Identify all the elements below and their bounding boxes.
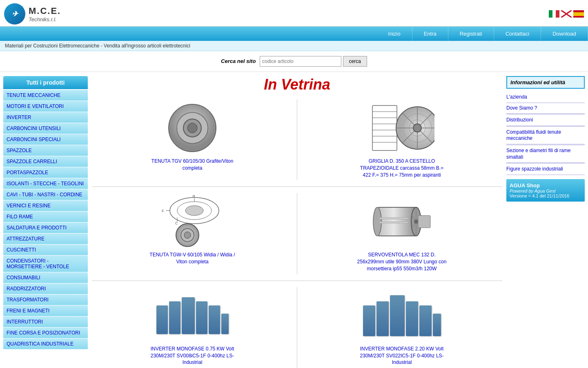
product-item-2[interactable]: GRIGLIA D. 350 A CESTELLO TRAPEZIOIDALE …: [301, 99, 502, 180]
agua-sub: Powered by Agua Gest: [510, 188, 581, 193]
search-input[interactable]: [260, 56, 341, 67]
sidebar-item-trasformatori[interactable]: TRASFORMATORI: [3, 294, 88, 305]
svg-rect-41: [379, 222, 408, 223]
sidebar-item-carboncini-speciali[interactable]: CARBONCINI SPECIALI: [3, 134, 88, 145]
info-link-figure[interactable]: Figure spazzole industriali: [506, 164, 585, 175]
product-item-5[interactable]: INVERTER MONOFASE 0.75 KW Volt 230M/230T…: [92, 287, 293, 368]
logo-icon: ✈: [4, 3, 25, 25]
main-layout: Tutti i prodotti TENUTE MECCANICHE MOTOR…: [0, 72, 588, 368]
product-name-5: INVERTER MONOFASE 0.75 KW Volt 230M/230T…: [147, 346, 237, 366]
nav-entra[interactable]: Entra: [412, 27, 448, 41]
sidebar-item-portaspazzole[interactable]: PORTASPAZZOLE: [3, 167, 88, 178]
product-image-5: [151, 289, 233, 342]
info-link-dove[interactable]: Dove Siamo ?: [506, 103, 585, 114]
product-image-4: [361, 195, 443, 248]
sidebar-item-carboncini-utensili[interactable]: CARBONCINI UTENSILI: [3, 123, 88, 134]
svg-rect-4: [372, 105, 397, 150]
right-panel: Informazioni ed utilità L'azienda Dove S…: [506, 76, 588, 368]
navbar: Inizio Entra Registrati Contattaci Downl…: [0, 27, 588, 41]
svg-point-3: [187, 123, 197, 133]
svg-point-31: [184, 232, 191, 238]
info-box-title: Informazioni ed utilità: [510, 79, 581, 85]
agua-version: Versione = 4.1 del 21/11/2016: [510, 193, 581, 198]
product-item-6[interactable]: INVERTER MONOFASE 2.20 KW Volt 230M/230T…: [301, 287, 502, 368]
divider-info: [506, 114, 585, 114]
svg-point-21: [185, 206, 203, 215]
agua-box: AGUA Shop Powered by Agua Gest Versione …: [506, 179, 585, 202]
nav-registrati[interactable]: Registrati: [448, 27, 494, 41]
info-link-compatibilita[interactable]: Compatibilità fluidi tenute meccaniche: [506, 127, 585, 144]
sidebar-item-cuscinetti[interactable]: CUSCINETTI: [3, 245, 88, 256]
agua-title: AGUA Shop: [510, 182, 581, 188]
divider-info4: [506, 163, 585, 164]
product-item-3[interactable]: F A C TENUTA TGW-V 60/105 Widia / Widia …: [92, 193, 293, 274]
sidebar-item-interruttori[interactable]: INTERRUTTORI: [3, 316, 88, 328]
logo-subtitle: Techniks.r.l.: [29, 16, 61, 22]
sidebar-item-spazzole[interactable]: SPAZZOLE: [3, 145, 88, 156]
sidebar-item-raddrizzatori[interactable]: RADDRIZZATORI: [3, 283, 88, 294]
info-link-distribuzioni[interactable]: Distribuzioni: [506, 115, 585, 126]
sidebar-item-saldatura[interactable]: SALDATURA E PRODOTTI: [3, 222, 88, 233]
logo-title: M.C.E.: [29, 6, 61, 16]
flag-spain[interactable]: [573, 10, 584, 18]
info-box: Informazioni ed utilità: [506, 76, 585, 89]
vetrina-title: In Vetrina: [92, 76, 502, 93]
nav-download[interactable]: Download: [541, 27, 588, 41]
search-bar: Cerca nel sito cerca: [0, 51, 588, 72]
subtitle-bar: Materiali per Costruzioni Elettromeccani…: [0, 41, 588, 51]
svg-point-38: [414, 220, 418, 224]
flag-italy[interactable]: [549, 10, 559, 18]
product-image-6: [361, 289, 443, 342]
product-row-1: TENUTA TGV 60/105/30 Grafite/Viton compl…: [92, 99, 502, 187]
nav-inizio[interactable]: Inizio: [376, 27, 412, 41]
header: ✈ M.C.E. Techniks.r.l.: [0, 0, 588, 27]
product-name-3: TENUTA TGW-V 60/105 Widia / Widia / Vito…: [147, 251, 237, 265]
divider-info3: [506, 145, 585, 145]
sidebar-item-vernici[interactable]: VERNICI E RESINE: [3, 200, 88, 211]
product-image-3: F A C: [151, 195, 233, 248]
sidebar-item-consumabili[interactable]: CONSUMABILI: [3, 272, 88, 283]
sidebar: Tutti i prodotti TENUTE MECCANICHE MOTOR…: [0, 76, 88, 368]
product-row-2: F A C TENUTA TGW-V 60/105 Widia / Widia …: [92, 193, 502, 280]
sidebar-item-isolanti[interactable]: ISOLANTI - STECCHE - TEGOLINI: [3, 178, 88, 189]
nav-contattaci[interactable]: Contattaci: [494, 27, 541, 41]
logo-text-group: M.C.E. Techniks.r.l.: [29, 6, 61, 22]
svg-rect-40: [379, 218, 408, 219]
product-name-2: GRIGLIA D. 350 A CESTELLO TRAPEZIOIDALE …: [357, 158, 447, 178]
sidebar-item-inverter[interactable]: INVERTER: [3, 112, 88, 123]
flag-uk[interactable]: [561, 10, 572, 18]
info-link-sezione[interactable]: Sezione e diametri fili di rame smaltati: [506, 146, 585, 163]
product-name-6: INVERTER MONOFASE 2.20 KW Volt 230M/230T…: [357, 346, 447, 366]
svg-text:F: F: [162, 209, 164, 213]
sidebar-item-cavi-tubi[interactable]: CAVI - TUBI - NASTRI - CORDINE: [3, 189, 88, 200]
sidebar-item-motori-ventilatori[interactable]: MOTORI E VENTILATORI: [3, 101, 88, 112]
sidebar-item-fine-corsa[interactable]: FINE CORSA E POSIZIONATORI: [3, 328, 88, 339]
product-name-1: TENUTA TGV 60/105/30 Grafite/Viton compl…: [147, 158, 237, 172]
product-item-4[interactable]: SERVOVENTOLA MEC 132 D. 256x299mm utile …: [301, 193, 502, 274]
inverter-group-lg: [363, 295, 441, 336]
logo-area: ✈ M.C.E. Techniks.r.l.: [4, 3, 61, 25]
divider-info2: [506, 126, 585, 127]
product-item-1[interactable]: TENUTA TGV 60/105/30 Grafite/Viton compl…: [92, 99, 293, 180]
svg-text:A: A: [192, 195, 195, 198]
sidebar-title: Tutti i prodotti: [3, 76, 88, 89]
divider-1: [297, 99, 297, 180]
sidebar-item-quadristica[interactable]: QUADRISTICA INDUSTRIALE: [3, 339, 88, 350]
product-row-3: INVERTER MONOFASE 0.75 KW Volt 230M/230T…: [92, 287, 502, 368]
sidebar-item-freni[interactable]: FRENI E MAGNETI: [3, 305, 88, 316]
product-name-4: SERVOVENTOLA MEC 132 D. 256x299mm utile …: [357, 251, 447, 272]
search-button[interactable]: cerca: [343, 56, 367, 67]
product-image-2: [361, 101, 443, 155]
info-link-azienda[interactable]: L'azienda: [506, 92, 585, 103]
search-label: Cerca nel sito: [221, 58, 256, 64]
flags: [549, 10, 584, 18]
inverter-group-sm: [156, 297, 229, 334]
sidebar-item-spazzole-carrelli[interactable]: SPAZZOLE CARRELLI: [3, 156, 88, 167]
sidebar-item-condensatori[interactable]: CONDENSATORI - MORSETTIERE - VENTOLE: [3, 256, 88, 272]
sidebar-item-attrezzature[interactable]: ATTREZZATURE: [3, 233, 88, 245]
svg-rect-39: [418, 215, 430, 228]
content-area: In Vetrina: [88, 76, 506, 368]
sidebar-item-filo-rame[interactable]: FILO RAME: [3, 211, 88, 222]
sidebar-item-tenute-meccaniche[interactable]: TENUTE MECCANICHE: [3, 90, 88, 101]
divider-2: [297, 193, 297, 274]
